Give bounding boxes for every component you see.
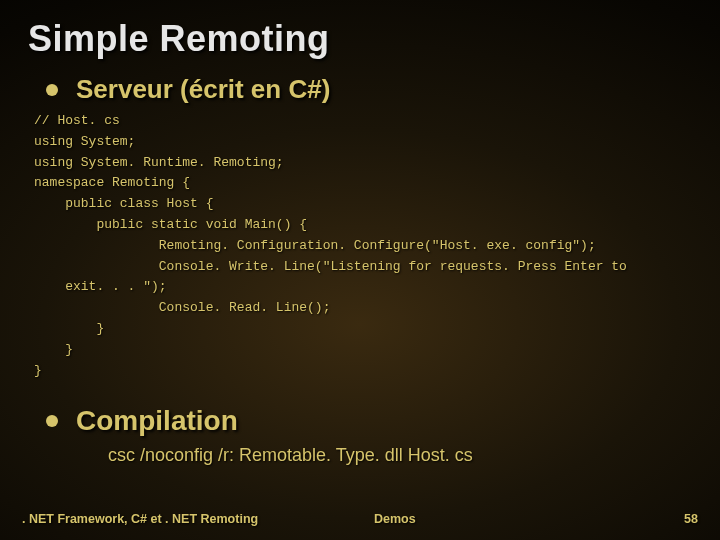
compile-command: csc /noconfig /r: Remotable. Type. dll H… bbox=[108, 445, 692, 466]
footer-left: . NET Framework, C# et . NET Remoting bbox=[22, 512, 258, 526]
bullet-row-server: Serveur (écrit en C#) bbox=[46, 74, 692, 105]
footer-right: 58 bbox=[684, 512, 698, 526]
code-block: // Host. cs using System; using System. … bbox=[34, 111, 692, 381]
bullet-icon bbox=[46, 415, 58, 427]
bullet-text-compilation: Compilation bbox=[76, 405, 238, 437]
bullet-text-server: Serveur (écrit en C#) bbox=[76, 74, 330, 105]
bullet-row-compilation: Compilation bbox=[46, 405, 692, 437]
slide: Simple Remoting Serveur (écrit en C#) //… bbox=[0, 0, 720, 540]
footer-center: Demos bbox=[374, 512, 416, 526]
footer: . NET Framework, C# et . NET Remoting De… bbox=[0, 512, 720, 526]
bullet-icon bbox=[46, 84, 58, 96]
slide-title: Simple Remoting bbox=[28, 18, 692, 60]
